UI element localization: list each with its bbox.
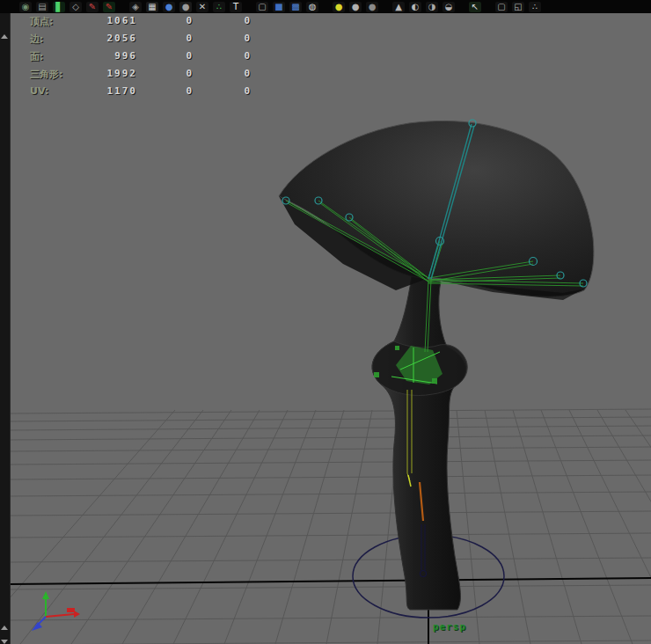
textured-cube-icon[interactable]: ▩: [289, 2, 302, 12]
hud-label-faces: 面:: [30, 50, 43, 63]
hud-row-edges: 边: 2056 0 0: [26, 30, 264, 48]
shaded-cube-icon[interactable]: ■: [273, 2, 285, 12]
hud-row-vertices: 顶点: 1061 0 0: [26, 12, 264, 30]
status-line-toolbar: ◉▤▋◇✎✎◈▦●●✕∴T▢■▩◍●●●▲◐◑◒↖▢◱∴: [0, 0, 651, 13]
toolbar-group: ▢■▩◍: [256, 2, 318, 12]
annotate-pen-icon[interactable]: ✎: [103, 2, 115, 12]
cross-pattern-icon[interactable]: ✕: [196, 2, 208, 12]
cone-primitive-icon[interactable]: ▲: [392, 2, 405, 12]
light-sphere-on-icon[interactable]: ●: [333, 2, 345, 12]
toolbar-group: ◉▤▋◇✎✎: [19, 2, 115, 12]
hud-value-edges-col2: 0: [158, 33, 194, 44]
toolbar-group: ▲◐◑◒: [392, 2, 455, 12]
light-sphere-dim-icon[interactable]: ●: [366, 2, 378, 12]
maya-viewport-window: ◉▤▋◇✎✎◈▦●●✕∴T▢■▩◍●●●▲◐◑◒↖▢◱∴: [0, 0, 651, 644]
gray-sphere-icon[interactable]: ●: [179, 2, 192, 12]
toolbar-group: ●●●: [333, 2, 378, 12]
hud-row-faces: 面: 996 0 0: [26, 48, 264, 65]
hud-value-vertices-col3: 0: [216, 15, 252, 26]
view-axis-indicator: [32, 591, 80, 631]
poly-count-hud: 顶点: 1061 0 0 边: 2056 0 0 面: 996 0 0 三角形:…: [26, 12, 264, 100]
strip-scroll-down-icon[interactable]: [1, 640, 8, 644]
scene-list-icon[interactable]: ▤: [36, 2, 48, 12]
duplicate-squares-icon[interactable]: ◱: [512, 2, 524, 12]
hud-value-faces-col3: 0: [216, 50, 252, 62]
annotate-zoom-icon[interactable]: ✎: [86, 2, 99, 12]
hud-value-uvs-col3: 0: [216, 85, 252, 97]
textured-sphere-icon[interactable]: ◒: [443, 2, 455, 12]
hud-value-uvs-total: 1170: [60, 85, 137, 97]
toolbar-group: ▢◱∴: [495, 2, 541, 12]
hud-value-triangles-col2: 0: [158, 68, 194, 79]
hud-value-edges-total: 2056: [60, 33, 137, 44]
strip-scroll-up2-icon[interactable]: [1, 626, 8, 630]
checker-sphere-icon[interactable]: ◍: [306, 2, 318, 12]
left-panel-strip[interactable]: [0, 13, 11, 644]
hud-value-vertices-col2: 0: [158, 15, 194, 26]
toolbar-group: ◈▦●●✕∴T: [129, 2, 242, 12]
hud-value-triangles-col3: 0: [216, 68, 252, 79]
hud-value-uvs-col2: 0: [158, 85, 194, 97]
hud-row-uvs: UV: 1170 0 0: [26, 83, 264, 100]
wireframe-cube-small-icon[interactable]: ▢: [495, 2, 508, 12]
hud-label-uvs: UV:: [30, 85, 48, 97]
mushroom-cap[interactable]: [279, 121, 594, 296]
text-tool-icon[interactable]: T: [230, 2, 242, 12]
green-ledger-icon[interactable]: ▋: [53, 2, 65, 12]
filmstrip-icon[interactable]: ▦: [146, 2, 158, 12]
hud-value-vertices-total: 1061: [60, 15, 137, 26]
ground-grid: [0, 409, 651, 644]
hud-row-triangles: 三角形: 1992 0 0: [26, 65, 264, 83]
share-nodes-icon[interactable]: ∴: [529, 2, 541, 12]
reference-plane-icon[interactable]: ◇: [69, 2, 82, 12]
hud-value-faces-col2: 0: [158, 50, 194, 62]
half-sphere-icon[interactable]: ◑: [426, 2, 438, 12]
hud-value-edges-col3: 0: [216, 33, 252, 44]
hud-value-faces-total: 996: [60, 50, 137, 62]
shaded-sphere-icon[interactable]: ◐: [409, 2, 421, 12]
blue-sphere-icon[interactable]: ●: [163, 2, 175, 12]
selection-cursor-icon[interactable]: ↖: [469, 2, 481, 12]
diamond-marker-icon[interactable]: ◈: [129, 2, 142, 12]
wireframe-cube-icon[interactable]: ▢: [256, 2, 268, 12]
node-network-icon[interactable]: ∴: [213, 2, 225, 12]
camera-name-label[interactable]: persp: [433, 621, 466, 633]
toolbar-group: ↖: [469, 2, 481, 12]
hud-label-vertices: 顶点:: [30, 15, 53, 28]
hud-label-edges: 边:: [30, 33, 43, 46]
snapshot-camera-icon[interactable]: ◉: [19, 2, 32, 12]
strip-scroll-up-icon[interactable]: [1, 34, 8, 39]
light-sphere-icon[interactable]: ●: [349, 2, 362, 12]
hud-label-triangles: 三角形:: [30, 68, 62, 81]
grid-origin-axes: [10, 413, 651, 644]
hud-value-triangles-total: 1992: [60, 68, 137, 79]
